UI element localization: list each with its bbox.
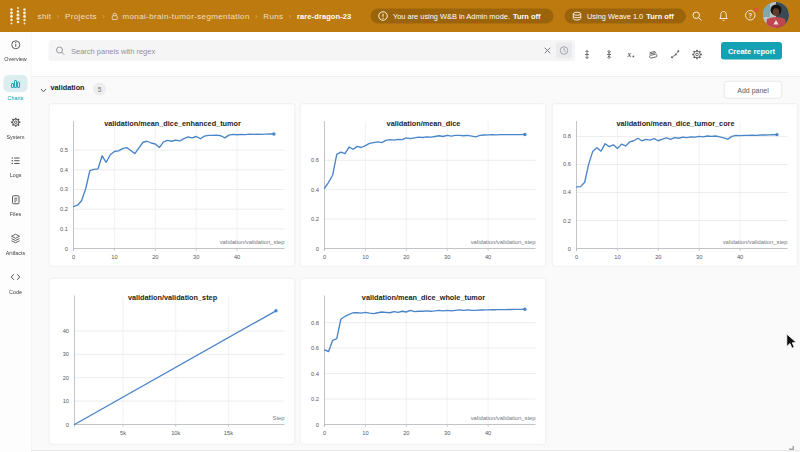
svg-text:0: 0: [66, 422, 69, 428]
svg-text:0.1: 0.1: [60, 226, 68, 232]
svg-text:40: 40: [485, 254, 491, 260]
svg-text:0.2: 0.2: [60, 206, 68, 212]
svg-text:30: 30: [444, 430, 450, 436]
svg-text:20: 20: [63, 375, 69, 381]
svg-text:0: 0: [323, 430, 326, 436]
svg-text:40: 40: [63, 328, 69, 334]
svg-text:0: 0: [316, 246, 319, 252]
svg-text:0: 0: [316, 422, 319, 428]
svg-text:0.2: 0.2: [311, 396, 319, 402]
svg-text:40: 40: [234, 254, 240, 260]
svg-text:0: 0: [575, 254, 578, 260]
svg-text:20: 20: [152, 254, 158, 260]
svg-text:0.6: 0.6: [311, 157, 319, 163]
svg-text:0.3: 0.3: [60, 186, 68, 192]
svg-text:validation/mean_dice: validation/mean_dice: [387, 119, 461, 128]
svg-text:10k: 10k: [171, 430, 180, 436]
svg-text:0.4: 0.4: [563, 189, 571, 195]
svg-text:x: x: [627, 50, 632, 59]
svg-text:15k: 15k: [224, 430, 233, 436]
svg-text:20: 20: [403, 430, 409, 436]
svg-text:10: 10: [111, 254, 117, 260]
svg-text:0.2: 0.2: [563, 218, 571, 224]
svg-text:0: 0: [323, 254, 326, 260]
svg-text:10: 10: [362, 254, 368, 260]
svg-text:validation/mean_dice_whole_tum: validation/mean_dice_whole_tumor: [362, 293, 485, 302]
svg-text:0.6: 0.6: [563, 161, 571, 167]
svg-text:0.8: 0.8: [311, 320, 319, 326]
svg-text:0: 0: [568, 246, 571, 252]
svg-text:0.5: 0.5: [60, 147, 68, 153]
svg-text:validation/validation_step: validation/validation_step: [471, 415, 536, 421]
svg-text:validation/validation_step: validation/validation_step: [128, 293, 218, 302]
svg-text:0.4: 0.4: [311, 371, 319, 377]
svg-text:?: ?: [748, 11, 752, 18]
svg-text:30: 30: [444, 254, 450, 260]
svg-text:5k: 5k: [120, 430, 126, 436]
svg-text:0: 0: [65, 246, 68, 252]
svg-text:10: 10: [63, 398, 69, 404]
svg-text:0.4: 0.4: [311, 187, 319, 193]
svg-text:20: 20: [403, 254, 409, 260]
svg-text:validation/validation_step: validation/validation_step: [220, 239, 285, 245]
svg-text:0.8: 0.8: [563, 133, 571, 139]
svg-text:0: 0: [72, 254, 75, 260]
svg-text:validation/validation_step: validation/validation_step: [471, 239, 536, 245]
svg-text:40: 40: [737, 254, 743, 260]
svg-text:30: 30: [63, 351, 69, 357]
svg-text:0.6: 0.6: [311, 345, 319, 351]
svg-text:0.2: 0.2: [311, 216, 319, 222]
svg-text:10: 10: [362, 430, 368, 436]
svg-text:validation/mean_dice_tumor_cor: validation/mean_dice_tumor_core: [616, 119, 734, 128]
svg-text:30: 30: [696, 254, 702, 260]
svg-text:30: 30: [193, 254, 199, 260]
svg-text:10: 10: [614, 254, 620, 260]
svg-text:20: 20: [655, 254, 661, 260]
svg-text:validation/validation_step: validation/validation_step: [723, 239, 788, 245]
svg-text:40: 40: [485, 430, 491, 436]
svg-text:Step: Step: [273, 415, 285, 421]
svg-text:0.4: 0.4: [60, 167, 68, 173]
svg-text:validation/mean_dice_enhanced_: validation/mean_dice_enhanced_tumor: [104, 119, 241, 128]
